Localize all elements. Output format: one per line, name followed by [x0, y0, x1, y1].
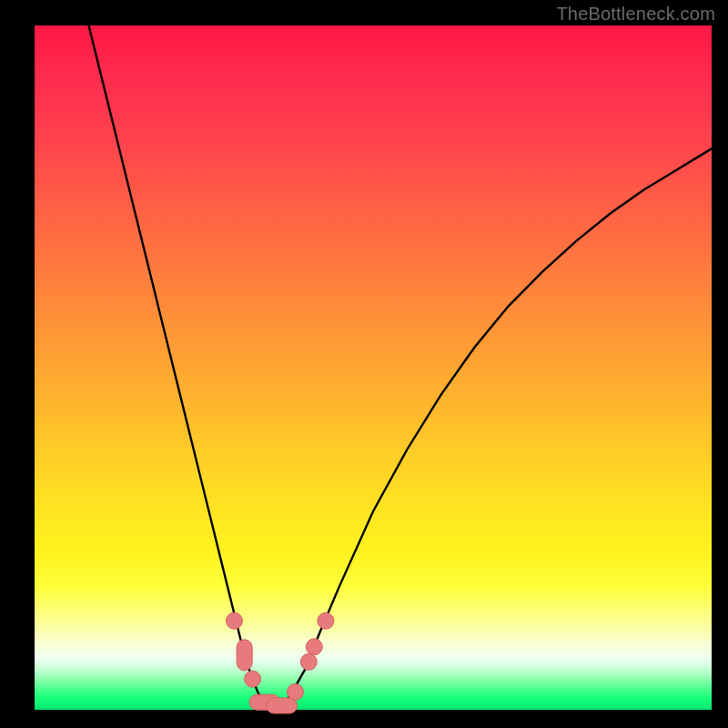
marker-circle	[287, 683, 303, 700]
plot-area	[35, 25, 712, 710]
marker-circle	[245, 671, 261, 687]
marker-hcapsule	[267, 698, 298, 713]
marker-vcapsule	[237, 640, 252, 671]
bottleneck-curve	[89, 25, 712, 707]
chart-frame: TheBottleneck.com	[0, 0, 728, 728]
watermark-text: TheBottleneck.com	[556, 4, 715, 25]
chart-svg	[35, 25, 712, 710]
marker-circle	[300, 653, 317, 670]
marker-circle	[306, 639, 322, 655]
markers-group	[226, 612, 333, 713]
marker-circle	[318, 612, 334, 629]
marker-circle	[226, 612, 242, 629]
